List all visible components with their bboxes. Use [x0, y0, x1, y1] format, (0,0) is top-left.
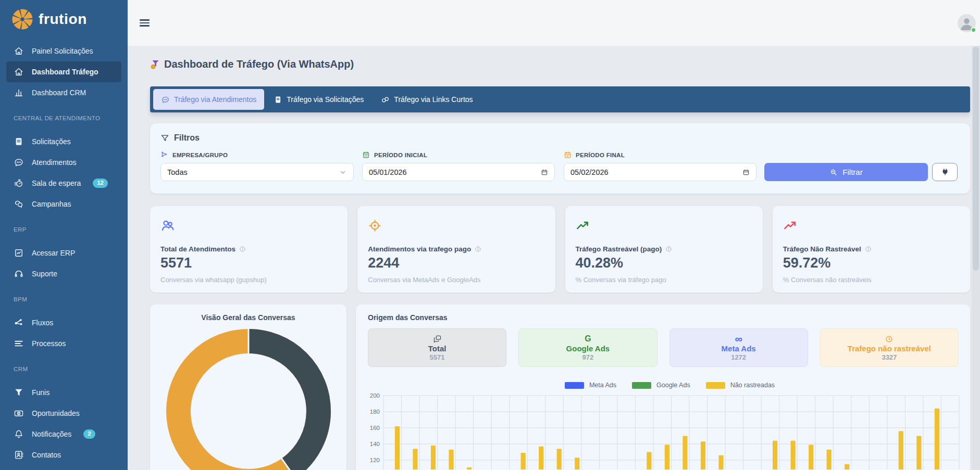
scrollbar-thumb[interactable] — [973, 47, 979, 271]
sidebar-item-label: Dashboard CRM — [32, 88, 86, 97]
sidebar-item-notificacoes[interactable]: Notificações2 — [0, 424, 128, 444]
stat-title: Tráfego Não Rastreável — [783, 245, 861, 253]
legend-meta-ads[interactable]: Meta Ads — [565, 382, 616, 389]
chevron-down-icon — [339, 168, 347, 176]
donut-chart — [165, 328, 332, 470]
trend-up-icon — [783, 219, 797, 233]
brand-logo-icon — [11, 8, 33, 30]
info-icon[interactable] — [665, 246, 672, 252]
company-icon — [160, 151, 168, 159]
date-picker-icon[interactable] — [541, 169, 548, 176]
sidebar-item-acessar-erp[interactable]: Acessar ERP — [0, 243, 128, 263]
date-picker-icon[interactable] — [742, 169, 750, 176]
topbar — [128, 0, 980, 46]
summary-card-google-ads[interactable]: G Google Ads 972 — [518, 328, 657, 367]
sidebar-item-label: Processos — [32, 339, 66, 348]
sidebar-item-label: Fluxos — [32, 319, 53, 327]
sidebar-item-oportunidades[interactable]: Oportunidades — [0, 403, 128, 424]
bar-chart-icon — [14, 87, 24, 98]
donut-title: Visão Geral das Conversas — [150, 313, 346, 322]
avatar[interactable] — [958, 14, 976, 32]
lines-icon — [14, 338, 24, 349]
stat-card-total-atendimentos: Total de Atendimentos 5571 Conversas via… — [150, 206, 348, 293]
page-title: Dashboard de Tráfego (Via WhatsApp) — [164, 58, 354, 70]
calendar-icon — [362, 151, 370, 159]
stat-value: 5571 — [160, 256, 337, 271]
brand-logo[interactable]: frution — [0, 0, 128, 32]
search-icon — [829, 168, 838, 176]
company-select[interactable]: Todas — [160, 163, 354, 181]
content: Dashboard de Tráfego (Via WhatsApp) Tráf… — [128, 46, 980, 470]
money-icon — [14, 408, 24, 418]
tab-label: Tráfego via Atendimentos — [174, 95, 256, 104]
sidebar-item-dashboard-trafego[interactable]: Dashboard Tráfego — [6, 61, 121, 82]
scrollbar-track[interactable] — [972, 46, 980, 470]
legend-nao-rastreadas[interactable]: Não rastreadas — [706, 382, 775, 389]
sidebar-item-dashboard-crm[interactable]: Dashboard CRM — [0, 82, 128, 103]
sidebar-item-funis[interactable]: Funis — [0, 382, 128, 403]
tab-trafego-via-solicitacoes[interactable]: Tráfego via Solicitações — [266, 89, 371, 110]
info-icon[interactable] — [475, 246, 481, 252]
menu-toggle-icon[interactable] — [140, 18, 150, 28]
sidebar-item-sala-de-espera[interactable]: Sala de espera12 — [0, 173, 128, 194]
stat-value: 2244 — [368, 256, 544, 271]
summary-value: 972 — [582, 353, 594, 361]
summary-card-meta-ads[interactable]: ∞ Meta Ads 1272 — [669, 328, 808, 367]
plug-button[interactable] — [932, 163, 958, 181]
origin-title: Origem das Conversas — [368, 313, 959, 322]
start-date-input[interactable]: 05/01/2026 — [362, 163, 555, 181]
stat-value: 40.28% — [576, 256, 752, 271]
stat-caption: % Conversas não rastreáveis — [783, 276, 960, 284]
plug-icon — [940, 168, 950, 177]
summary-card-total[interactable]: Total 5571 — [368, 328, 506, 367]
tab-label: Tráfego via Solicitações — [287, 95, 364, 104]
stat-value: 59.72% — [783, 256, 960, 271]
sidebar-item-solicitacoes[interactable]: Solicitações — [0, 131, 128, 152]
sidebar-item-label: Solicitações — [32, 137, 71, 146]
sidebar-item-suporte[interactable]: Suporte — [0, 263, 128, 284]
sidebar-section-heading: CENTRAL DE ATENDIMENTO — [14, 115, 128, 122]
trend-up-icon — [576, 219, 590, 233]
legend-label: Google Ads — [656, 382, 690, 389]
contact-card-icon — [14, 450, 24, 460]
sidebar-item-label: Notificações — [32, 430, 71, 438]
filter-button[interactable]: Filtrar — [764, 163, 928, 181]
svg-text:200: 200 — [370, 393, 380, 399]
tab-trafego-via-atendimentos[interactable]: Tráfego via Atendimentos — [153, 89, 264, 110]
legend-swatch — [632, 382, 651, 389]
info-icon[interactable] — [239, 246, 246, 252]
sidebar-item-painel-solicitacoes[interactable]: Painel Solicitações — [0, 41, 128, 61]
chats-icon — [14, 199, 24, 209]
sidebar-item-campanhas[interactable]: Campanhas — [0, 194, 128, 214]
bell-icon — [14, 429, 24, 439]
sidebar-item-fluxos[interactable]: Fluxos — [0, 312, 128, 333]
svg-text:140: 140 — [370, 441, 380, 447]
share-nodes-icon — [14, 317, 24, 328]
sidebar-item-label: Funis — [32, 388, 49, 397]
filter-icon — [160, 134, 169, 143]
chat-icon — [14, 157, 24, 168]
online-status-dot — [971, 27, 976, 33]
summary-card-nao-rastreavel[interactable]: Trafego não rastreável 3327 — [820, 328, 959, 367]
sidebar-item-contatos[interactable]: Contatos — [0, 444, 128, 465]
tab-trafego-via-links-curtos[interactable]: Tráfego via Links Curtos — [373, 89, 480, 110]
start-date-label: PERÍODO INICIAL — [362, 151, 555, 159]
target-icon — [368, 219, 382, 233]
legend-swatch — [565, 382, 584, 389]
users-icon — [160, 219, 175, 233]
chat-dots-icon — [161, 95, 170, 104]
sidebar-item-processos[interactable]: Processos — [0, 333, 128, 354]
brand-name: frution — [39, 11, 87, 28]
summary-label: Meta Ads — [722, 344, 756, 353]
sidebar-item-label: Atendimentos — [32, 158, 77, 167]
stat-card-rastreavel: Tráfego Rastreável (pago) 40.28% % Conve… — [565, 206, 763, 293]
journal-icon — [274, 95, 282, 104]
legend-google-ads[interactable]: Google Ads — [632, 382, 690, 389]
document-icon — [14, 136, 24, 147]
sidebar-item-atendimentos[interactable]: Atendimentos — [0, 152, 128, 173]
monitor-chart-icon — [14, 248, 24, 258]
tab-bar: Tráfego via AtendimentosTráfego via Soli… — [150, 86, 970, 112]
info-icon[interactable] — [865, 246, 872, 252]
end-date-input[interactable]: 05/02/2026 — [564, 163, 756, 181]
count-badge: 12 — [93, 179, 108, 188]
